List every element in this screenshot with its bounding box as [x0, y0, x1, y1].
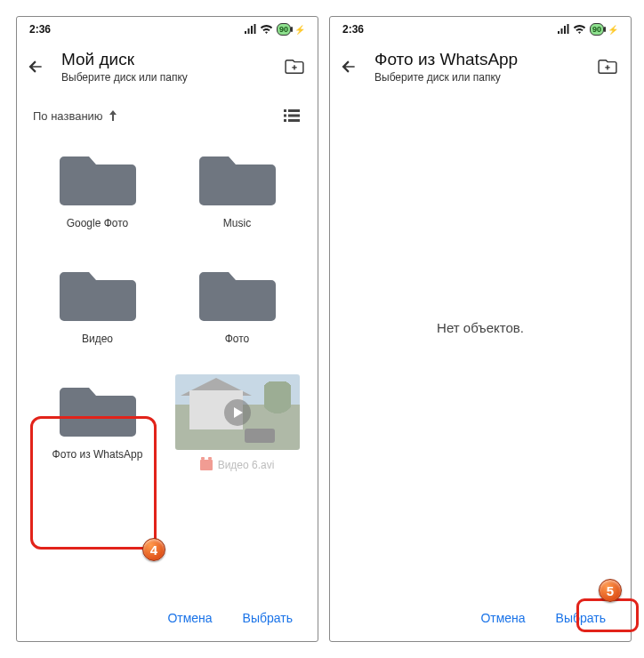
charging-icon: ⚡ — [294, 25, 305, 35]
list-view-button[interactable] — [282, 106, 302, 125]
footer: Отмена Выбрать — [330, 595, 631, 641]
video-item: Видео 6.avi — [173, 371, 302, 478]
charging-icon: ⚡ — [608, 25, 618, 35]
video-label: Видео 6.avi — [218, 459, 275, 471]
sort-row: По названию — [17, 92, 318, 134]
video-thumbnail — [175, 374, 300, 450]
status-bar: 2:36 90 ⚡ — [330, 17, 631, 42]
empty-state: Нет объектов. — [330, 92, 631, 563]
folder-item[interactable]: Google Фото — [33, 140, 162, 237]
screenshot-right: 2:36 90 ⚡ Фото из WhatsApp Выберите диск… — [329, 16, 632, 642]
folder-grid: Google Фото Music Видео Фото — [17, 134, 318, 484]
page-title: Фото из WhatsApp — [374, 50, 579, 70]
folder-icon — [49, 374, 147, 441]
select-button[interactable]: Выбрать — [237, 604, 298, 632]
back-button[interactable] — [26, 57, 45, 76]
footer: Отмена Выбрать — [17, 595, 318, 641]
folder-label: Music — [223, 217, 251, 230]
folder-item[interactable]: Фото — [173, 255, 302, 353]
folder-icon — [49, 143, 147, 210]
folder-label: Google Фото — [67, 217, 129, 230]
folder-icon — [49, 259, 147, 325]
new-folder-button[interactable] — [595, 54, 620, 79]
folder-label: Фото — [225, 333, 250, 346]
new-folder-button[interactable] — [282, 54, 307, 79]
folder-label: Фото из WhatsApp — [52, 448, 143, 461]
folder-item-whatsapp[interactable]: Фото из WhatsApp — [33, 371, 162, 478]
page-subtitle: Выберите диск или папку — [374, 71, 579, 84]
cancel-button[interactable]: Отмена — [475, 604, 530, 632]
back-button[interactable] — [339, 57, 358, 76]
sort-button[interactable]: По названию — [33, 109, 117, 123]
select-button[interactable]: Выбрать — [551, 604, 611, 632]
header: Мой диск Выберите диск или папку — [17, 42, 318, 92]
signal-icon — [557, 24, 569, 35]
wifi-icon — [260, 24, 273, 35]
folder-icon — [189, 143, 286, 210]
status-icons: 90 ⚡ — [557, 23, 618, 36]
folder-item[interactable]: Music — [173, 140, 302, 237]
folder-label: Видео — [82, 333, 113, 346]
header: Фото из WhatsApp Выберите диск или папку — [330, 42, 631, 92]
page-title: Мой диск — [61, 50, 266, 70]
status-bar: 2:36 90 ⚡ — [17, 17, 318, 42]
status-time: 2:36 — [342, 23, 364, 36]
arrow-up-icon — [109, 110, 117, 121]
status-icons: 90 ⚡ — [244, 23, 305, 36]
folder-icon — [189, 259, 286, 325]
status-time: 2:36 — [29, 23, 51, 36]
screenshot-left: 2:36 90 ⚡ Мой диск Выберите диск или пап… — [16, 16, 318, 642]
play-icon — [224, 399, 251, 426]
video-file-icon — [200, 460, 213, 470]
sort-label: По названию — [33, 109, 103, 123]
folder-item[interactable]: Видео — [33, 255, 162, 353]
wifi-icon — [573, 24, 586, 35]
cancel-button[interactable]: Отмена — [162, 604, 217, 632]
signal-icon — [244, 24, 256, 35]
battery-icon: 90 — [277, 23, 291, 36]
page-subtitle: Выберите диск или папку — [61, 71, 266, 84]
battery-icon: 90 — [590, 23, 604, 36]
empty-text: Нет объектов. — [437, 320, 524, 335]
